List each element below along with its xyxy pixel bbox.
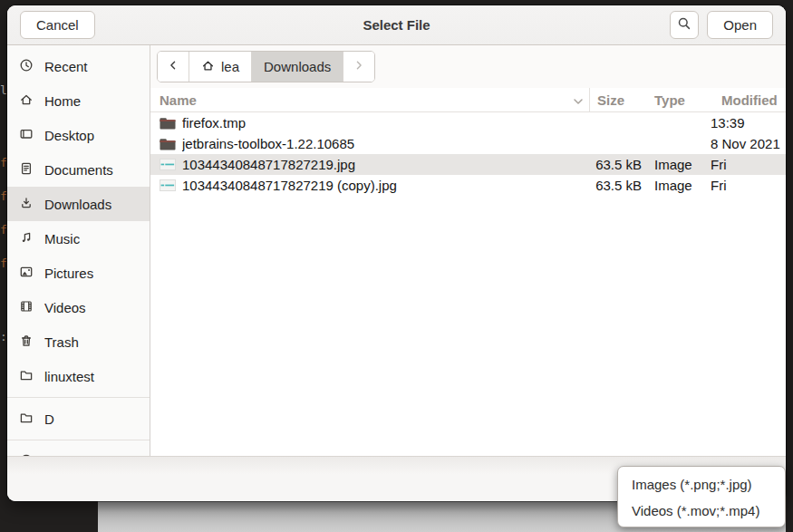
sidebar-separator	[7, 397, 150, 398]
file-modified: Fri	[711, 157, 786, 172]
image-thumb-icon	[160, 159, 176, 170]
edge-text-fragment: f	[0, 189, 7, 203]
column-header-name[interactable]: Name	[160, 92, 573, 108]
sidebar-item-label: D	[44, 411, 54, 427]
trash-icon	[19, 334, 34, 351]
sidebar-item-d[interactable]: D	[7, 401, 150, 436]
sidebar-item-home[interactable]: Home	[7, 83, 150, 118]
dialog-headerbar: Cancel Select File Open	[7, 5, 786, 45]
sidebar-item-videos[interactable]: Videos	[7, 290, 150, 324]
file-size: 63.5 kB	[589, 178, 643, 193]
search-button[interactable]	[670, 11, 699, 39]
search-icon	[677, 16, 691, 34]
file-name: 10344340848717827219.jpg	[182, 157, 355, 172]
music-icon	[19, 230, 34, 247]
list-column-headers: Name Size Type Modified	[150, 88, 786, 112]
file-list: firefox.tmp13:39jetbrains-toolbox-1.22.1…	[150, 112, 786, 456]
file-modified: 13:39	[711, 115, 786, 131]
sidebar-item-label: Documents	[44, 162, 113, 178]
sort-chevron-down-icon[interactable]	[573, 92, 589, 108]
sidebar-item-linuxtest[interactable]: linuxtest	[7, 359, 150, 393]
file-type-filter-popup: Images (*.png;*.jpg)Videos (*.mov;*.mp4)	[617, 466, 786, 527]
file-type: Image	[643, 178, 711, 193]
sidebar-separator	[7, 440, 150, 440]
open-button[interactable]: Open	[707, 11, 773, 39]
sidebar-item-downloads[interactable]: Downloads	[7, 187, 150, 221]
clock-icon	[19, 58, 34, 75]
cancel-button[interactable]: Cancel	[20, 11, 95, 39]
breadcrumb-downloads-label: Downloads	[264, 59, 331, 74]
desktop-icon	[19, 127, 34, 144]
sidebar-item-pictures[interactable]: Pictures	[7, 256, 150, 290]
file-row[interactable]: 10344340848717827219.jpg63.5 kBImageFri	[150, 154, 786, 175]
file-size: 63.5 kB	[589, 157, 643, 172]
file-row[interactable]: firefox.tmp13:39	[150, 112, 786, 133]
sidebar-item-label: Pictures	[44, 266, 93, 281]
breadcrumb-home[interactable]: lea	[189, 52, 252, 82]
filter-option[interactable]: Images (*.png;*.jpg)	[618, 471, 785, 498]
chevron-left-icon	[167, 59, 179, 74]
path-back-button[interactable]	[158, 52, 189, 82]
edge-text-fragment: :	[0, 330, 7, 343]
file-name: firefox.tmp	[182, 115, 246, 131]
breadcrumb-home-label: lea	[221, 59, 239, 74]
path-forward-button[interactable]	[343, 52, 374, 82]
folder-icon	[19, 368, 34, 385]
places-sidebar: RecentHomeDesktopDocumentsDownloadsMusic…	[7, 45, 150, 456]
edge-text-fragment: fi	[0, 156, 7, 169]
edge-text-fragment: l	[0, 83, 7, 97]
folder-solid-icon	[160, 138, 176, 150]
headerbar-right-group: Open	[670, 11, 773, 39]
file-type: Image	[643, 157, 711, 172]
column-header-type[interactable]: Type	[643, 92, 711, 108]
document-icon	[19, 161, 34, 179]
edge-text-fragment: f	[0, 223, 7, 237]
sidebar-item-recent[interactable]: Recent	[7, 49, 150, 83]
sidebar-item-other-locations[interactable]: Other Locations	[7, 444, 150, 456]
film-icon	[19, 299, 34, 316]
file-row[interactable]: 10344340848717827219 (copy).jpg63.5 kBIm…	[150, 175, 786, 196]
sidebar-item-label: Music	[44, 231, 80, 247]
file-pane: lea Downloads Name Size Type Modified fi…	[150, 45, 786, 456]
image-thumb-icon	[160, 179, 176, 191]
file-modified: Fri	[711, 178, 786, 193]
file-name: 10344340848717827219 (copy).jpg	[182, 178, 397, 193]
home-icon	[201, 59, 215, 75]
column-header-modified[interactable]: Modified	[711, 92, 786, 108]
dialog-content: RecentHomeDesktopDocumentsDownloadsMusic…	[7, 45, 786, 456]
folder-icon	[19, 411, 34, 428]
breadcrumb: lea Downloads	[157, 51, 375, 82]
edge-text-fragment: f	[0, 256, 7, 270]
download-icon	[19, 196, 34, 213]
file-name: jetbrains-toolbox-1.22.10685	[182, 136, 354, 151]
column-header-size[interactable]: Size	[589, 88, 643, 111]
sidebar-item-label: Trash	[44, 334, 79, 350]
sidebar-item-label: Desktop	[44, 128, 94, 143]
sidebar-item-documents[interactable]: Documents	[7, 152, 150, 187]
home-icon	[19, 92, 34, 110]
dialog-title: Select File	[7, 17, 786, 33]
sidebar-item-trash[interactable]: Trash	[7, 324, 150, 359]
sidebar-item-label: Downloads	[44, 197, 111, 212]
chevron-right-icon	[353, 59, 365, 74]
sidebar-item-label: Home	[44, 93, 81, 109]
sidebar-item-label: Videos	[44, 300, 86, 315]
sidebar-item-desktop[interactable]: Desktop	[7, 118, 150, 152]
sidebar-item-label: linuxtest	[44, 369, 94, 384]
sidebar-item-label: Recent	[44, 59, 88, 74]
file-row[interactable]: jetbrains-toolbox-1.22.106858 Nov 2021	[150, 133, 786, 154]
picture-icon	[19, 265, 34, 282]
path-bar: lea Downloads	[150, 45, 786, 88]
file-modified: 8 Nov 2021	[711, 136, 786, 151]
screen: { "window": { "title": "Select File" }, …	[0, 0, 793, 532]
breadcrumb-downloads[interactable]: Downloads	[252, 52, 343, 82]
filter-option[interactable]: Videos (*.mov;*.mp4)	[618, 498, 785, 524]
file-chooser-dialog: Cancel Select File Open RecentHomeDeskto…	[7, 5, 786, 501]
sidebar-item-music[interactable]: Music	[7, 221, 150, 256]
folder-solid-icon	[160, 117, 176, 130]
